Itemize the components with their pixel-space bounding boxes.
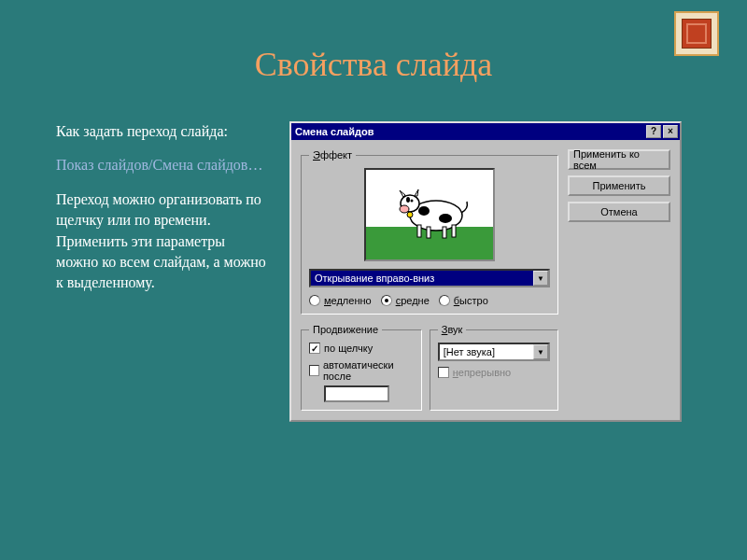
- dialog-titlebar[interactable]: Смена слайдов ? ×: [291, 123, 680, 140]
- svg-rect-3: [417, 225, 421, 237]
- speed-fast-radio[interactable]: быстро: [439, 295, 488, 306]
- advance-on-click-checkbox[interactable]: по щелчку: [309, 343, 414, 354]
- effect-legend: Эффект: [309, 149, 356, 161]
- dropdown-arrow-icon[interactable]: [533, 344, 548, 359]
- svg-rect-4: [427, 227, 430, 238]
- sound-selected: [Нет звука]: [440, 344, 533, 359]
- dialog-title: Смена слайдов: [295, 126, 644, 137]
- advance-legend: Продвижение: [309, 324, 382, 335]
- svg-point-1: [418, 206, 430, 216]
- sound-loop-checkbox: непрерывно: [438, 367, 550, 378]
- svg-point-9: [406, 197, 410, 203]
- slide-title: Свойства слайда: [0, 45, 747, 84]
- apply-all-button[interactable]: Применить ко всем: [568, 149, 670, 170]
- speed-slow-radio[interactable]: медленно: [309, 295, 372, 306]
- cow-icon: [394, 183, 473, 239]
- advance-group: Продвижение по щелчку автоматически посл…: [301, 324, 422, 411]
- effect-dropdown[interactable]: Открывание вправо-вниз: [309, 269, 550, 287]
- effect-group: Эффект: [301, 149, 558, 315]
- svg-point-8: [400, 205, 409, 213]
- text-description: Переход можно организовать по щелчку или…: [56, 189, 271, 294]
- cancel-button[interactable]: Отмена: [568, 202, 670, 222]
- effect-selected: Открывание вправо-вниз: [311, 271, 533, 286]
- advance-auto-checkbox[interactable]: автоматически после: [309, 359, 414, 382]
- advance-time-input[interactable]: [324, 385, 389, 402]
- help-button[interactable]: ?: [646, 125, 661, 138]
- sound-dropdown[interactable]: [Нет звука]: [438, 343, 550, 361]
- sound-legend: Звук: [438, 324, 467, 335]
- svg-point-10: [411, 200, 414, 203]
- sound-group: Звук [Нет звука] непрерывно: [430, 324, 558, 411]
- effect-preview: [364, 168, 495, 261]
- slide-decoration-icon: [674, 11, 719, 56]
- slide-body-text: Как задать переход слайда: Показ слайдов…: [56, 121, 271, 422]
- svg-point-2: [439, 214, 452, 223]
- speed-medium-radio[interactable]: средне: [381, 295, 430, 306]
- dialog-slide-transition: Смена слайдов ? × Эффект: [289, 121, 682, 422]
- text-menu-path: Показ слайдов/Смена слайдов…: [56, 155, 271, 175]
- svg-rect-5: [443, 227, 446, 238]
- close-button[interactable]: ×: [663, 125, 678, 138]
- text-intro: Как задать переход слайда:: [56, 121, 271, 142]
- apply-button[interactable]: Применить: [568, 175, 670, 196]
- svg-rect-6: [452, 225, 456, 237]
- dropdown-arrow-icon[interactable]: [533, 271, 548, 286]
- svg-point-11: [407, 212, 413, 217]
